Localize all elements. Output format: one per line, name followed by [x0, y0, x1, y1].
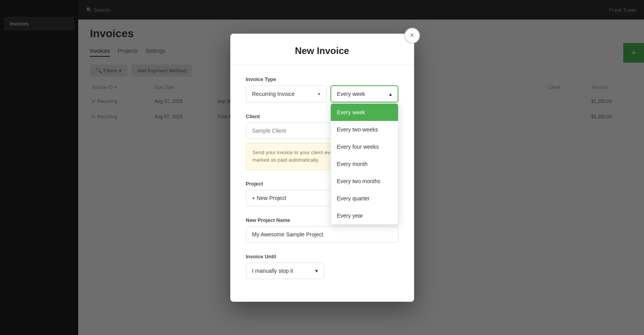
- invoice-type-arrow-icon: ▾: [318, 91, 320, 97]
- modal-body: Invoice Type Recurring Invoice ▾ Every w…: [230, 65, 414, 302]
- invoice-until-group: Invoice Until I manually stop it ▾: [246, 254, 398, 279]
- frequency-option-every-two-weeks[interactable]: Every two weeks: [331, 121, 398, 138]
- invoice-until-value: I manually stop it: [252, 268, 293, 274]
- project-value: + New Project: [252, 195, 287, 201]
- modal-wrapper: New Invoice Invoice Type Recurring Invoi…: [230, 34, 414, 302]
- frequency-dropdown-menu: Every week Every two weeks Every four we…: [330, 103, 398, 225]
- frequency-option-every-quarter[interactable]: Every quarter: [331, 190, 398, 207]
- invoice-type-group: Invoice Type Recurring Invoice ▾ Every w…: [246, 76, 398, 103]
- invoice-type-row: Recurring Invoice ▾ Every week ▴ Ev: [246, 85, 398, 103]
- modal-backdrop: New Invoice Invoice Type Recurring Invoi…: [0, 0, 644, 335]
- new-invoice-modal: New Invoice Invoice Type Recurring Invoi…: [230, 34, 414, 302]
- invoice-until-label: Invoice Until: [246, 254, 398, 259]
- invoice-type-label: Invoice Type: [246, 76, 398, 82]
- close-icon: ×: [410, 31, 414, 40]
- invoice-until-arrow-icon: ▾: [315, 268, 318, 274]
- frequency-option-every-four-weeks[interactable]: Every four weeks: [331, 138, 398, 155]
- invoice-type-value: Recurring Invoice: [252, 91, 295, 97]
- frequency-select[interactable]: Every week ▴: [330, 85, 398, 103]
- frequency-option-every-month[interactable]: Every month: [331, 155, 398, 173]
- modal-header: New Invoice: [230, 34, 414, 65]
- frequency-option-every-year[interactable]: Every year: [331, 207, 398, 224]
- frequency-option-every-two-months[interactable]: Every two months: [331, 173, 398, 190]
- new-project-name-input[interactable]: [246, 226, 398, 243]
- close-button[interactable]: ×: [404, 28, 420, 43]
- invoice-until-select[interactable]: I manually stop it ▾: [246, 263, 324, 279]
- modal-title: New Invoice: [246, 45, 398, 56]
- frequency-dropdown-container: Every week ▴ Every week Every two weeks: [330, 85, 398, 103]
- frequency-arrow-icon: ▴: [389, 91, 392, 97]
- frequency-option-every-week[interactable]: Every week: [331, 104, 398, 121]
- invoice-type-select[interactable]: Recurring Invoice ▾: [246, 85, 326, 103]
- frequency-value: Every week: [337, 91, 365, 97]
